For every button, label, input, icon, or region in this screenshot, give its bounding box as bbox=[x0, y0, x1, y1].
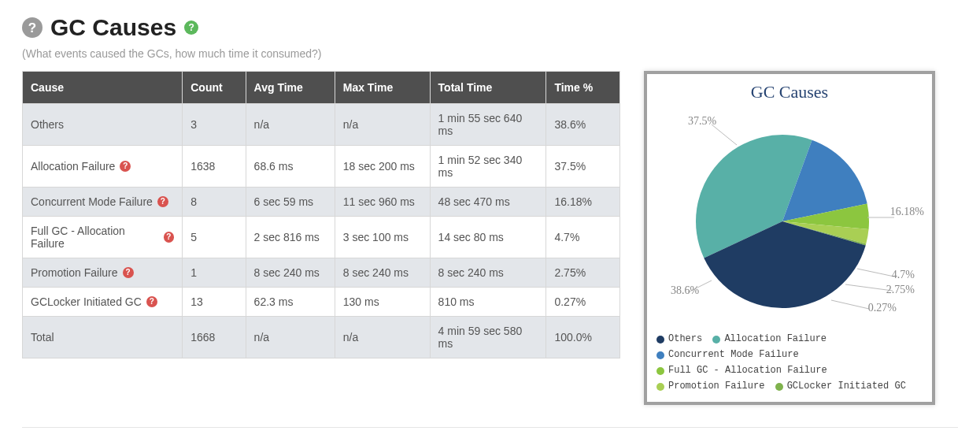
cause-text: Full GC - Allocation Failure bbox=[31, 225, 159, 250]
page-title-text: GC Causes bbox=[50, 14, 176, 41]
help-small-icon[interactable]: ? bbox=[184, 20, 198, 35]
cell-pct: 16.18% bbox=[546, 188, 620, 217]
svg-line-4 bbox=[831, 300, 869, 309]
cell-avg: 62.3 ms bbox=[246, 288, 335, 317]
cell-avg: 6 sec 59 ms bbox=[246, 188, 335, 217]
col-pct: Time % bbox=[546, 72, 620, 104]
cell-total: 48 sec 470 ms bbox=[430, 188, 546, 217]
slice-label-fullgc: 4.7% bbox=[892, 269, 915, 281]
table-row: Concurrent Mode Failure?86 sec 59 ms11 s… bbox=[23, 188, 620, 217]
legend-others: Others bbox=[656, 332, 702, 346]
help-icon[interactable]: ? bbox=[157, 196, 168, 207]
slice-label-conc: 16.18% bbox=[890, 206, 924, 218]
cell-max: 8 sec 240 ms bbox=[335, 258, 430, 288]
cell-max: n/a bbox=[335, 317, 430, 358]
col-total: Total Time bbox=[430, 72, 546, 104]
cell-pct: 38.6% bbox=[546, 104, 620, 146]
gc-causes-chart: GC Causes 37.5% 16.18% 4.7% 2.75% 0.27% … bbox=[644, 71, 935, 405]
cell-pct: 100.0% bbox=[546, 317, 620, 358]
cause-text: Allocation Failure bbox=[31, 160, 115, 173]
help-icon[interactable]: ? bbox=[123, 267, 134, 278]
cell-count: 13 bbox=[183, 288, 246, 317]
cell-pct: 0.27% bbox=[546, 288, 620, 317]
cell-count: 1638 bbox=[183, 146, 246, 188]
cell-total: 14 sec 80 ms bbox=[430, 217, 546, 258]
cell-pct: 2.75% bbox=[546, 258, 620, 288]
table-row: Allocation Failure?163868.6 ms18 sec 200… bbox=[23, 146, 620, 188]
chart-legend: Others Allocation Failure Concurrent Mod… bbox=[656, 332, 923, 396]
cell-total: 1 min 55 sec 640 ms bbox=[430, 104, 546, 146]
slice-label-promo: 2.75% bbox=[886, 284, 915, 296]
col-avg: Avg Time bbox=[246, 72, 335, 104]
col-max: Max Time bbox=[335, 72, 430, 104]
table-row: Full GC - Allocation Failure?52 sec 816 … bbox=[23, 217, 620, 258]
chart-title: GC Causes bbox=[656, 82, 923, 102]
cause-text: Total bbox=[31, 331, 54, 344]
slice-label-others: 38.6% bbox=[671, 284, 699, 297]
cell-total: 1 min 52 sec 340 ms bbox=[430, 146, 546, 188]
cell-avg: n/a bbox=[246, 317, 335, 358]
cell-avg: 8 sec 240 ms bbox=[246, 258, 335, 288]
legend-promo: Promotion Failure bbox=[656, 380, 764, 393]
cell-total: 8 sec 240 ms bbox=[430, 258, 546, 288]
cell-count: 3 bbox=[183, 104, 246, 146]
cell-avg: 68.6 ms bbox=[246, 146, 335, 188]
help-icon[interactable]: ? bbox=[22, 17, 43, 38]
slice-label-gclock: 0.27% bbox=[868, 302, 897, 314]
cause-text: Others bbox=[31, 118, 64, 131]
cell-avg: n/a bbox=[246, 104, 335, 146]
table-row: GCLocker Initiated GC?1362.3 ms130 ms810… bbox=[23, 288, 620, 317]
cause-text: Concurrent Mode Failure bbox=[31, 195, 153, 208]
legend-fullgc: Full GC - Allocation Failure bbox=[656, 364, 827, 377]
cell-pct: 4.7% bbox=[546, 217, 620, 258]
cell-max: 11 sec 960 ms bbox=[335, 188, 430, 217]
divider bbox=[22, 427, 958, 428]
table-row: Promotion Failure?18 sec 240 ms8 sec 240… bbox=[23, 258, 620, 288]
help-icon[interactable]: ? bbox=[146, 296, 157, 307]
cell-count: 1668 bbox=[183, 317, 246, 358]
cell-count: 5 bbox=[183, 217, 246, 258]
page-subtitle: (What events caused the GCs, how much ti… bbox=[22, 47, 958, 60]
cell-avg: 2 sec 816 ms bbox=[246, 217, 335, 258]
col-count: Count bbox=[183, 72, 246, 104]
svg-line-2 bbox=[857, 269, 894, 277]
cell-total: 4 min 59 sec 580 ms bbox=[430, 317, 546, 358]
cell-count: 8 bbox=[183, 188, 246, 217]
gc-causes-table: Cause Count Avg Time Max Time Total Time… bbox=[22, 71, 620, 358]
cell-pct: 37.5% bbox=[546, 146, 620, 188]
slice-label-alloc: 37.5% bbox=[688, 115, 716, 128]
cause-text: GCLocker Initiated GC bbox=[31, 295, 142, 308]
cell-total: 810 ms bbox=[430, 288, 546, 317]
legend-alloc: Allocation Failure bbox=[712, 332, 827, 346]
cell-max: 130 ms bbox=[335, 288, 430, 317]
table-row: Others3n/an/a1 min 55 sec 640 ms38.6% bbox=[23, 104, 620, 146]
legend-conc: Concurrent Mode Failure bbox=[656, 348, 799, 362]
cell-max: 3 sec 100 ms bbox=[335, 217, 430, 258]
col-cause: Cause bbox=[23, 72, 183, 104]
legend-gclock: GCLocker Initiated GC bbox=[775, 380, 906, 393]
page-title: ? GC Causes ? bbox=[22, 14, 958, 41]
table-row: Total1668n/an/a4 min 59 sec 580 ms100.0% bbox=[23, 317, 620, 358]
cause-text: Promotion Failure bbox=[31, 266, 118, 279]
cell-max: n/a bbox=[335, 104, 430, 146]
cell-count: 1 bbox=[183, 258, 246, 288]
help-icon[interactable]: ? bbox=[120, 161, 131, 172]
cell-max: 18 sec 200 ms bbox=[335, 146, 430, 188]
help-icon[interactable]: ? bbox=[164, 232, 175, 243]
